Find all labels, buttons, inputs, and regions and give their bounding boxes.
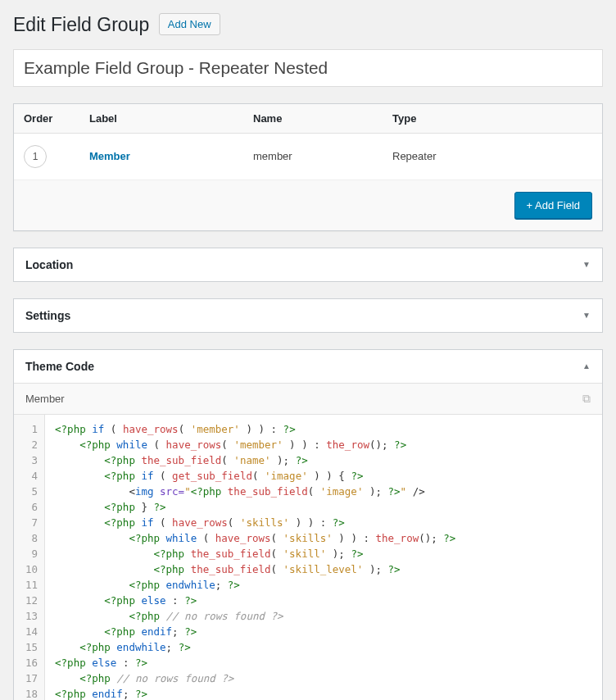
location-title: Location [25, 258, 73, 271]
theme-code-field-label: Member [25, 393, 65, 405]
settings-panel: Settings ▼ [13, 298, 603, 333]
field-name-cell: member [243, 139, 383, 174]
copy-icon[interactable]: ⧉ [582, 392, 591, 406]
order-badge: 1 [24, 145, 47, 168]
table-row[interactable]: 1 Member member Repeater [14, 134, 602, 180]
code-gutter: 123456789101112131415161718 [14, 415, 45, 700]
location-panel: Location ▼ [13, 248, 603, 282]
fields-panel: Order Label Name Type 1 Member member Re… [13, 103, 603, 231]
settings-title: Settings [25, 309, 70, 322]
field-label-link[interactable]: Member [89, 150, 130, 162]
col-name-header: Name [243, 104, 383, 133]
add-new-button[interactable]: Add New [159, 13, 220, 35]
col-order-header: Order [14, 104, 79, 133]
code-body[interactable]: <?php if ( have_rows( 'member' ) ) : ?> … [45, 415, 465, 700]
page-title: Edit Field Group [13, 13, 149, 38]
location-panel-toggle[interactable]: Location ▼ [14, 248, 602, 281]
code-block: 123456789101112131415161718 <?php if ( h… [14, 414, 602, 700]
group-title-input[interactable]: Example Field Group - Repeater Nested [13, 49, 603, 87]
add-field-button[interactable]: + Add Field [514, 192, 592, 219]
chevron-down-icon: ▼ [582, 260, 591, 269]
chevron-down-icon: ▼ [582, 311, 591, 320]
settings-panel-toggle[interactable]: Settings ▼ [14, 299, 602, 332]
field-type-cell: Repeater [383, 139, 522, 174]
theme-code-panel-toggle[interactable]: Theme Code ▲ [14, 350, 602, 383]
chevron-up-icon: ▲ [582, 361, 591, 370]
theme-code-title: Theme Code [25, 360, 94, 373]
theme-code-panel: Theme Code ▲ Member ⧉ 123456789101112131… [13, 349, 603, 700]
col-label-header: Label [79, 104, 243, 133]
col-type-header: Type [383, 104, 522, 133]
